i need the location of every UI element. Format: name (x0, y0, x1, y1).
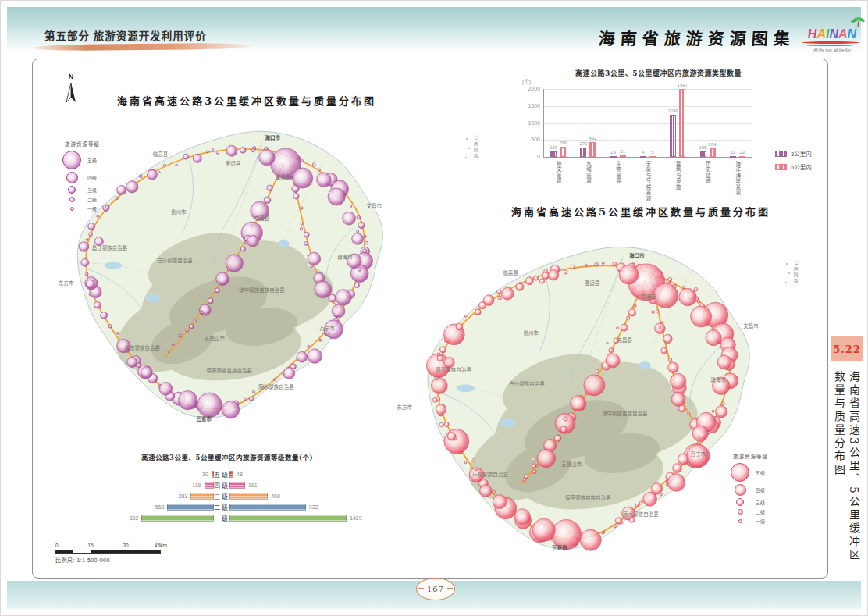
gridline (543, 157, 752, 158)
city-label: 定安县 (642, 292, 657, 300)
bar-value: 23 (731, 150, 754, 155)
gridline (543, 123, 752, 124)
scale-caption: 比例尺: 1:1 500 000 (55, 556, 188, 564)
y-tick-label: 1500 (523, 103, 540, 109)
y-tick-label: 1000 (523, 120, 540, 126)
brush-underline (34, 43, 251, 52)
bar-3公里内 (670, 115, 676, 157)
value-5km: 191 (248, 482, 258, 488)
section-title: 第五部分 旅游资源开发利用评价 (44, 27, 207, 43)
legend-item: 5公里内 (775, 162, 812, 171)
city-label: 儋州市 (523, 329, 539, 336)
logo-word: HAINAN (797, 27, 867, 41)
north-arrow: N (62, 68, 80, 102)
palm-tree-icon (850, 16, 866, 27)
bar-3km (205, 482, 214, 489)
x-category-label: 历史遗迹 (704, 161, 712, 184)
chart-title: 高速公路3公里、5公里缓冲区内旅游资源类型数量 (500, 68, 816, 78)
bar-3公里内 (610, 156, 617, 158)
city-label: 保亭黎族苗族自治县 (206, 366, 252, 374)
city-label: 儋州市 (171, 208, 187, 215)
value-5km: 1429 (350, 515, 362, 521)
city-label: 乐东黎族自治县 (125, 344, 161, 351)
legend-swatch (775, 164, 787, 170)
city-label: 万宁市 (319, 324, 335, 332)
axis-unit: (个) (522, 77, 531, 85)
gridline (543, 106, 752, 107)
city-label: 琼海市 (337, 253, 353, 261)
map-legend: 旅游资源等级五级四级三级二级一级 (733, 452, 768, 527)
city-label: 保亭黎族苗族自治县 (565, 493, 611, 501)
city-label: 陵水黎族自治县 (258, 383, 294, 390)
legend-item: 3公里内 (775, 149, 812, 158)
city-label: 屯昌县 (617, 336, 632, 344)
city-label: 昌江黎族自治县 (92, 244, 128, 251)
city-label: 三亚市 (552, 543, 567, 551)
bar-5km (229, 471, 233, 478)
x-category-label: 海洋海岸景观 (734, 161, 742, 196)
bar-3km (167, 504, 214, 511)
value-3km: 283 (172, 493, 187, 499)
legend-label: 3公里内 (791, 149, 812, 158)
x-category-label: 水域景观 (584, 161, 592, 184)
logo-letter: H (808, 27, 817, 41)
bar-5公里内 (649, 156, 656, 158)
city-label: 临高县 (153, 150, 169, 158)
legend-swatch (775, 151, 787, 157)
hainan-logo: HAINAN All the sun, all the fun (797, 18, 867, 55)
logo-tagline: All the sun, all the fun (797, 48, 867, 52)
atlas-page: 第五部分 旅游资源开发利用评价 海南省旅游资源图集 HAINAN All the… (0, 0, 868, 616)
map-legend: 旅游资源等级五级四级三级二级一级 (65, 140, 100, 215)
logo-letter: N (829, 27, 838, 41)
bar-3公里内 (640, 156, 646, 158)
bar-3km (141, 515, 214, 522)
header-band: 第五部分 旅游资源开发利用评价 海南省旅游资源图集 HAINAN All the… (7, 7, 861, 52)
north-needle-icon (65, 82, 77, 104)
x-category-label: 生物景观 (614, 161, 622, 184)
city-label: 琼中黎族苗族自治县 (239, 286, 285, 294)
bar-5公里内 (589, 142, 596, 157)
city-label: 琼海市 (711, 376, 727, 383)
city-label: 白沙黎族自治县 (509, 379, 545, 387)
city-label: 五指山市 (205, 334, 225, 342)
north-label: N (69, 73, 74, 80)
bar-5公里内 (710, 148, 716, 157)
logo-wave (806, 45, 853, 46)
logo-swoosh (802, 41, 859, 44)
bar-5km (229, 493, 268, 500)
city-label: 陵水黎族自治县 (623, 510, 659, 518)
bar-5公里内 (620, 155, 626, 157)
bar-value: 5 (641, 150, 664, 155)
map-title-3km: 海南省高速公路3公里缓冲区数量与质量分布图 (87, 93, 407, 108)
resource-grade-count-chart: 高速公路3公里、5公里缓冲区内旅游资源等级数量(个)五级3048四级119191… (55, 452, 399, 533)
bar-5公里内 (739, 156, 745, 158)
logo-letter: A (838, 27, 848, 41)
scale-bar-blocks (55, 550, 161, 554)
bar-5km (229, 482, 245, 489)
city-label: 五指山市 (561, 460, 582, 468)
value-5km: 468 (271, 493, 280, 499)
gridline (543, 140, 752, 141)
logo-letter: N (848, 27, 857, 41)
qizhou-islands-inset: 七洲列岛 (783, 257, 803, 297)
city-label: 临高县 (503, 269, 518, 276)
value-3km: 568 (148, 504, 164, 510)
city-label: 海口市 (629, 251, 645, 259)
bar-5km (229, 515, 347, 522)
figure-title-vertical: 海南省高速3公里、5公里缓冲区数量与质量分布图 (831, 371, 861, 564)
city-label: 东方市 (397, 403, 413, 411)
x-category-label: 建筑与设施 (674, 161, 681, 190)
bar-5公里内 (679, 89, 685, 157)
city-label: 文昌市 (743, 322, 759, 329)
page-number: 167 (427, 585, 444, 593)
x-category-label: 天象与气候景观 (644, 161, 652, 202)
bar-3公里内 (550, 151, 557, 157)
city-label: 澄迈县 (226, 159, 241, 167)
map-5km-buffer: 海口市文昌市定安县澄迈县临高县儋州市屯昌县琼海市万宁市琼中黎族苗族自治县白沙黎族… (380, 232, 788, 568)
city-label: 屯昌县 (254, 214, 270, 222)
qizhou-islands-inset: 七洲列岛 (463, 132, 483, 173)
city-label: 文昌市 (366, 201, 382, 209)
value-3km: 119 (186, 482, 201, 488)
bar-3km (212, 471, 214, 478)
value-5km: 932 (309, 504, 318, 510)
